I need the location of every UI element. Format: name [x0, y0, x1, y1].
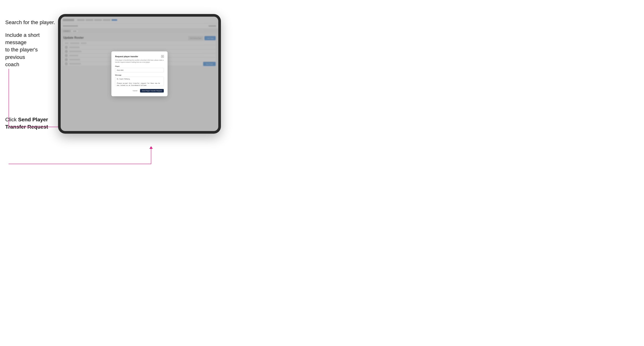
arrow-line-horizontal-2: [8, 164, 151, 164]
arrow-tip-2: [150, 146, 153, 149]
modal-overlay: Request player transfer × If the player …: [61, 17, 218, 131]
modal-title: Request player transfer: [115, 55, 138, 58]
tablet-screen: Roster Invite Update Roster Add Existing…: [61, 17, 218, 131]
transfer-request-modal: Request player transfer × If the player …: [112, 51, 168, 96]
send-transfer-request-button[interactable]: Send Player Transfer Request: [140, 89, 164, 93]
arrow-line-vertical-1: [8, 69, 9, 127]
annotation-step3: Click Send Player Transfer Request: [5, 116, 54, 131]
annotation-step1: Search for the player.: [5, 19, 55, 26]
message-field-label: Message: [115, 74, 164, 76]
player-field-label: Player: [115, 65, 164, 67]
modal-header: Request player transfer ×: [115, 55, 164, 58]
modal-close-button[interactable]: ×: [161, 55, 164, 58]
tablet-frame: Roster Invite Update Roster Add Existing…: [58, 14, 221, 134]
message-textarea[interactable]: Hi Coach McHarg, Please accept this tran…: [115, 77, 164, 86]
annotation-step2: Include a short message to the player's …: [5, 31, 54, 68]
arrow-line-vertical-2: [151, 148, 151, 164]
modal-description: If the player is transferring from anoth…: [115, 59, 164, 63]
player-input[interactable]: [115, 68, 164, 72]
modal-actions: Cancel Send Player Transfer Request: [115, 89, 164, 93]
cancel-button[interactable]: Cancel: [132, 89, 138, 92]
